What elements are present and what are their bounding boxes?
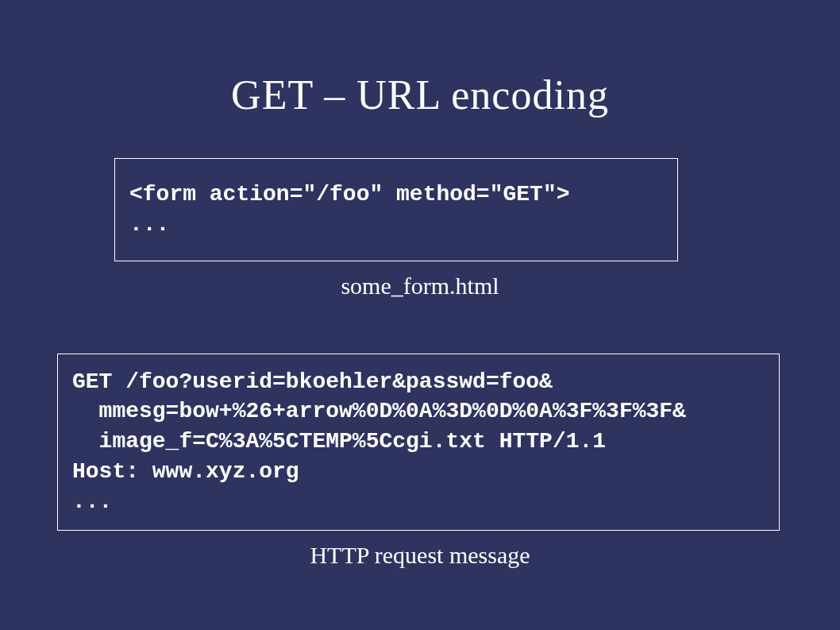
caption-form: some_form.html (0, 272, 840, 300)
code-block-http: GET /foo?userid=bkoehler&passwd=foo& mme… (57, 354, 780, 531)
slide-title: GET – URL encoding (0, 72, 840, 118)
caption-http: HTTP request message (0, 542, 840, 569)
code-block-form: <form action="/foo" method="GET"> ... (114, 158, 678, 261)
slide-container: GET – URL encoding <form action="/foo" m… (0, 0, 840, 630)
